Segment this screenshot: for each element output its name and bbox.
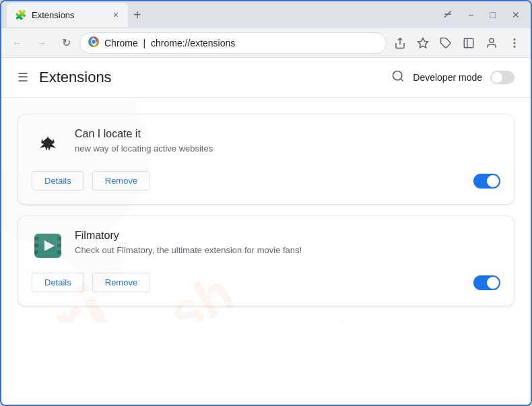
svg-line-14 — [401, 78, 403, 81]
sidebar-toggle-button[interactable] — [458, 32, 479, 54]
card-bottom: Details Remove — [32, 273, 500, 292]
header-right: Developer mode — [391, 69, 514, 86]
svg-rect-20 — [57, 244, 61, 247]
extension-card: Can I locate it new way of locating acti… — [18, 114, 514, 205]
svg-point-3 — [92, 40, 96, 44]
title-bar-controls: − □ ✕ — [438, 7, 525, 23]
search-button[interactable] — [391, 69, 405, 86]
card-top: Can I locate it new way of locating acti… — [32, 128, 500, 160]
extension-info: Can I locate it new way of locating acti… — [75, 128, 500, 155]
toolbar-right-icons — [389, 32, 525, 54]
new-tab-button[interactable]: + — [128, 5, 147, 26]
svg-rect-21 — [57, 250, 61, 254]
toolbar: ← → ↻ Chrome | chrome://extensions — [1, 28, 531, 58]
address-bar[interactable]: Chrome | chrome://extensions — [79, 32, 387, 54]
extensions-header: ☰ Extensions Developer mode — [1, 58, 531, 98]
developer-mode-toggle[interactable] — [490, 71, 514, 84]
page-title: Extensions — [39, 69, 391, 86]
address-text: Chrome | chrome://extensions — [104, 38, 378, 48]
extension-enable-toggle[interactable] — [473, 275, 500, 290]
remove-button[interactable]: Remove — [92, 171, 150, 191]
toggle-knob — [492, 72, 502, 83]
chrome-logo-icon — [88, 36, 99, 49]
page-content: ☰ Extensions Developer mode — [1, 58, 531, 405]
svg-rect-16 — [34, 237, 38, 240]
svg-point-11 — [514, 42, 515, 44]
svg-marker-5 — [418, 38, 428, 47]
locate-it-icon-svg — [32, 128, 64, 160]
extensions-tab-icon: 🧩 — [15, 9, 26, 20]
svg-rect-7 — [464, 38, 473, 48]
minimize-window-button[interactable]: − — [463, 7, 479, 23]
minimize-button[interactable] — [438, 7, 457, 23]
card-top: Filmatory Check out Filmatory, the ultim… — [32, 230, 500, 262]
svg-point-10 — [514, 39, 515, 40]
filmatory-icon-svg — [32, 230, 64, 262]
bookmark-button[interactable] — [412, 32, 434, 54]
tab-title: Extensions — [32, 10, 106, 20]
toggle-knob-on — [487, 175, 499, 187]
toggle-knob-on — [487, 277, 499, 289]
extension-name: Can I locate it — [75, 128, 500, 140]
extension-icon — [32, 230, 64, 262]
share-button[interactable] — [389, 32, 411, 54]
back-button[interactable]: ← — [7, 32, 28, 54]
svg-point-9 — [490, 38, 494, 42]
tab-close-button[interactable]: × — [112, 8, 120, 22]
details-button[interactable]: Details — [32, 273, 84, 292]
svg-rect-19 — [57, 237, 61, 240]
svg-rect-18 — [34, 250, 38, 254]
maximize-window-button[interactable]: □ — [485, 7, 501, 23]
title-bar: 🧩 Extensions × + − □ ✕ — [1, 1, 531, 28]
extension-card: Filmatory Check out Filmatory, the ultim… — [18, 215, 514, 306]
browser-tab[interactable]: 🧩 Extensions × — [7, 3, 128, 27]
svg-point-12 — [514, 46, 515, 47]
extensions-puzzle-button[interactable] — [435, 32, 457, 54]
title-bar-left: 🧩 Extensions × + — [7, 3, 438, 27]
remove-button[interactable]: Remove — [92, 273, 150, 292]
extension-icon — [32, 128, 64, 160]
extension-name: Filmatory — [75, 230, 500, 242]
menu-button[interactable] — [504, 32, 525, 54]
close-window-button[interactable]: ✕ — [506, 7, 525, 23]
developer-mode-label: Developer mode — [413, 72, 482, 83]
card-bottom: Details Remove — [32, 171, 500, 191]
hamburger-menu-icon[interactable]: ☰ — [18, 70, 28, 85]
svg-point-13 — [393, 71, 402, 79]
details-button[interactable]: Details — [32, 171, 84, 191]
extension-enable-toggle[interactable] — [473, 174, 500, 189]
svg-rect-17 — [34, 244, 38, 247]
extension-description: new way of locating active websites — [75, 143, 500, 155]
extensions-list: ri sh .com — [1, 98, 531, 323]
browser-window: 🧩 Extensions × + − □ ✕ ← → ↻ — [0, 0, 532, 406]
extension-info: Filmatory Check out Filmatory, the ultim… — [75, 230, 500, 257]
forward-button[interactable]: → — [31, 32, 53, 54]
profile-button[interactable] — [481, 32, 502, 54]
reload-button[interactable]: ↻ — [55, 32, 77, 54]
extension-description: Check out Filmatory, the ultimate extens… — [75, 244, 500, 257]
